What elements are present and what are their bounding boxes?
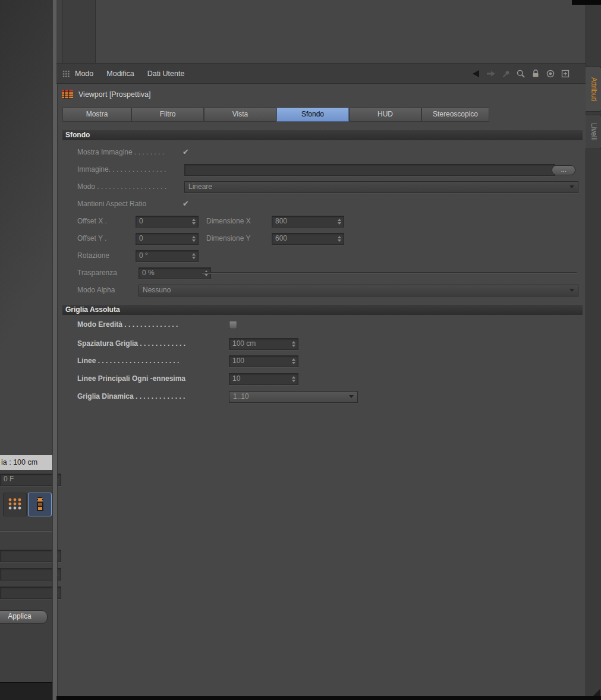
resize-grip[interactable] — [593, 689, 600, 696]
focus-icon[interactable] — [546, 69, 555, 78]
dimensione-y-field[interactable]: 600 — [272, 233, 344, 245]
attribute-menu-bar: Modo Modifica Dati Utente — [56, 64, 586, 84]
spinner-icon[interactable] — [292, 376, 296, 383]
tab-filtro[interactable]: Filtro — [131, 108, 204, 122]
modo-alpha-value: Nessuno — [143, 286, 171, 295]
drag-handle-icon[interactable] — [62, 70, 70, 77]
offset-y-label: Offset Y . — [77, 232, 106, 244]
dropdown-arrow-icon — [349, 395, 354, 398]
apply-button[interactable]: Applica — [0, 610, 48, 624]
trasparenza-slider[interactable] — [202, 272, 577, 274]
dimensione-y-value: 600 — [275, 234, 287, 242]
offset-x-label: Offset X . — [77, 215, 107, 227]
linee-principali-value: 10 — [232, 374, 240, 383]
attribute-tabs: Mostra Filtro Vista Sfondo HUD Stereosco… — [56, 108, 586, 121]
dimensione-x-field[interactable]: 800 — [272, 216, 344, 228]
rotazione-value: 0 ° — [139, 251, 148, 260]
griglia-dinamica-value: 1..10 — [233, 392, 249, 401]
cinema4d-attribute-manager: ia : 100 cm 0 F — [0, 0, 601, 700]
linee-value: 100 — [232, 357, 244, 365]
griglia-dinamica-dropdown[interactable]: 1..10 — [229, 391, 358, 403]
remnant-margin — [56, 0, 62, 63]
dropdown-arrow-icon — [569, 289, 574, 292]
mostra-immagine-checkbox[interactable]: ✔ — [182, 146, 189, 158]
trasparenza-label: Trasparenza — [77, 267, 117, 279]
offset-y-field[interactable]: 0 — [136, 233, 199, 245]
menu-modo[interactable]: Modo — [75, 70, 93, 78]
modo-value: Lineare — [188, 182, 212, 191]
modo-alpha-dropdown[interactable]: Nessuno — [139, 285, 578, 297]
mostra-immagine-label: Mostra Immagine . . . . . . . . — [77, 146, 164, 158]
lock-icon[interactable] — [531, 69, 540, 78]
immagine-input[interactable] — [184, 164, 555, 176]
spinner-icon[interactable] — [338, 219, 342, 225]
object-title: Viewport [Prospettiva] — [78, 90, 150, 99]
linee-field[interactable]: 100 — [229, 355, 298, 367]
dots-mode-icon — [7, 496, 23, 513]
tab-stereoscopico[interactable]: Stereoscopico — [421, 108, 489, 122]
offset-x-field[interactable]: 0 — [136, 216, 199, 228]
remnant-line — [95, 0, 96, 63]
upper-panel-remnant — [56, 0, 586, 64]
spinner-icon[interactable] — [292, 341, 296, 348]
offset-y-value: 0 — [139, 234, 143, 242]
spaziatura-value: 100 cm — [232, 339, 256, 348]
spinner-icon[interactable] — [192, 253, 196, 260]
tab-vista[interactable]: Vista — [204, 108, 276, 122]
modo-eredita-checkbox[interactable] — [229, 321, 237, 329]
left-bottom-bar — [0, 682, 52, 700]
browse-button[interactable]: ... — [552, 165, 575, 175]
remnant-column — [63, 0, 95, 63]
section-header-griglia[interactable]: Griglia Assoluta — [62, 304, 583, 315]
dropdown-arrow-icon — [569, 185, 574, 188]
rotazione-label: Rotazione — [77, 250, 109, 261]
divider — [0, 531, 52, 532]
side-tab-livelli[interactable]: Livelli — [586, 115, 601, 149]
spaziatura-label: Spaziatura Griglia . . . . . . . . . . .… — [77, 338, 185, 349]
trasparenza-field[interactable]: 0 % — [139, 267, 211, 279]
viewport-edge — [0, 0, 52, 455]
modo-eredita-label: Modo Eredità . . . . . . . . . . . . . . — [77, 319, 178, 330]
object-title-row: Viewport [Prospettiva] — [56, 83, 586, 107]
spinner-icon[interactable] — [192, 219, 196, 225]
aspect-ratio-checkbox[interactable]: ✔ — [182, 198, 189, 210]
aspect-ratio-label: Mantieni Aspect Ratio — [77, 198, 146, 210]
viewport-icon — [62, 90, 73, 100]
history-forward-icon[interactable] — [486, 70, 496, 78]
search-icon[interactable] — [516, 69, 526, 78]
section-header-sfondo[interactable]: Sfondo — [62, 130, 583, 140]
frame-value: 0 F — [4, 475, 14, 483]
dopesheet-mode-button[interactable] — [3, 493, 27, 516]
linee-label: Linee . . . . . . . . . . . . . . . . . … — [77, 355, 179, 367]
new-panel-icon[interactable] — [561, 69, 570, 78]
bottom-edge — [56, 696, 601, 700]
film-mode-icon — [32, 496, 48, 513]
left-panel: ia : 100 cm 0 F — [0, 0, 52, 700]
spaziatura-field[interactable]: 100 cm — [229, 338, 298, 350]
fcurve-mode-button[interactable] — [28, 493, 52, 516]
modo-label: Modo . . . . . . . . . . . . . . . . . . — [77, 181, 166, 193]
offset-x-value: 0 — [139, 217, 143, 225]
tab-mostra[interactable]: Mostra — [62, 108, 131, 122]
linee-principali-label: Linee Principali Ogni -ennesima — [77, 373, 185, 384]
pin-icon[interactable] — [502, 70, 511, 78]
side-tab-attributi[interactable]: Attributi — [586, 67, 601, 112]
trasparenza-value: 0 % — [142, 269, 155, 277]
immagine-label: Immagine. . . . . . . . . . . . . . . — [77, 163, 166, 175]
tab-hud[interactable]: HUD — [349, 108, 421, 122]
spinner-icon[interactable] — [338, 236, 342, 242]
dimensione-x-label: Dimensione X — [206, 215, 251, 227]
tab-sfondo[interactable]: Sfondo — [276, 108, 349, 122]
linee-principali-field[interactable]: 10 — [229, 373, 298, 385]
menu-modifica[interactable]: Modifica — [106, 70, 134, 78]
modo-dropdown[interactable]: Lineare — [184, 181, 578, 193]
top-black-strip — [572, 0, 601, 5]
modo-alpha-label: Modo Alpha — [77, 284, 115, 296]
grid-size-status: ia : 100 cm — [0, 455, 54, 470]
rotazione-field[interactable]: 0 ° — [136, 250, 199, 262]
history-back-icon[interactable] — [470, 70, 480, 78]
dimensione-y-label: Dimensione Y — [206, 232, 250, 244]
spinner-icon[interactable] — [192, 236, 196, 242]
spinner-icon[interactable] — [292, 358, 296, 365]
menu-dati-utente[interactable]: Dati Utente — [147, 70, 185, 78]
